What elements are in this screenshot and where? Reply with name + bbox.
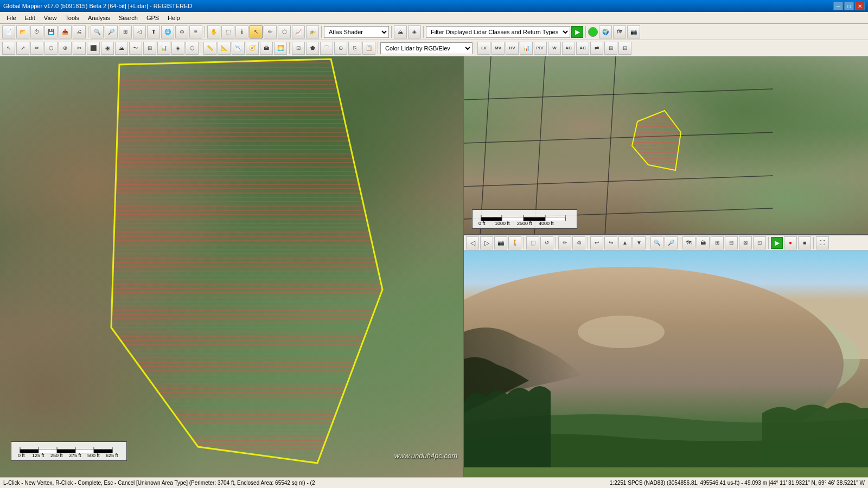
ac2-btn[interactable]: AC — [576, 42, 589, 55]
print-button[interactable]: 🖨 — [73, 25, 86, 38]
pan-button[interactable]: ✋ — [207, 25, 220, 38]
vertex-btn[interactable]: ⬟ — [306, 42, 319, 55]
filter-select[interactable]: Filter Displayed Lidar Classes and Retur… — [426, 26, 570, 38]
select2-btn[interactable]: ↖ — [2, 42, 15, 55]
dissolve-btn[interactable]: ⬛ — [87, 42, 100, 55]
3d-fullscreen[interactable]: ⛶ — [816, 236, 829, 249]
lv-btn[interactable]: LV — [477, 42, 490, 55]
3d-record[interactable]: ● — [784, 236, 797, 249]
hv-btn[interactable]: HV — [506, 42, 519, 55]
edit-vertices-button[interactable]: ⬡ — [278, 25, 291, 38]
color-lidar-select[interactable]: Color Lidar by RGB/Elev Color Lidar by C… — [380, 42, 473, 54]
earth-btn[interactable]: 🌍 — [599, 25, 612, 38]
pdf-btn[interactable]: PDF — [534, 42, 547, 55]
3d-btn[interactable]: ◉ — [101, 42, 114, 55]
slope-btn[interactable]: 📉 — [232, 42, 245, 55]
export-button[interactable]: 📤 — [59, 25, 72, 38]
measure-btn[interactable]: 📏 — [203, 42, 216, 55]
lidar2-btn[interactable]: ◈ — [171, 42, 184, 55]
open-button[interactable]: 📂 — [16, 25, 29, 38]
3d-refresh[interactable]: ↺ — [540, 236, 553, 249]
snap-btn[interactable]: ⊡ — [292, 42, 305, 55]
recent-button[interactable]: ⏱ — [30, 25, 43, 38]
save-button[interactable]: 💾 — [44, 25, 58, 38]
close-poly-btn[interactable]: ⊙ — [334, 42, 347, 55]
del-btn[interactable]: ✂ — [73, 42, 86, 55]
terrain-btn[interactable]: ⛰ — [115, 42, 128, 55]
digitize-button[interactable]: ✏ — [264, 25, 277, 38]
select-button[interactable]: ↖ — [250, 25, 263, 38]
menu-search[interactable]: Search — [114, 14, 142, 22]
grid-dense-btn[interactable]: ⊞ — [604, 42, 617, 55]
3d-layer2[interactable]: 🏔 — [697, 236, 710, 249]
menu-tools[interactable]: Tools — [61, 14, 84, 22]
left-map[interactable]: 0 ft 125 ft 250 ft 375 ft 500 ft 625 ft … — [0, 56, 464, 477]
transform-btn[interactable]: ⇄ — [590, 42, 603, 55]
3d-camera[interactable]: 📷 — [494, 236, 507, 249]
lidar3-btn[interactable]: ⬡ — [186, 42, 199, 55]
top-right-map[interactable]: 0 ft 1000 ft 2500 ft 4000 ft — [464, 56, 868, 235]
select3-btn[interactable]: ↗ — [16, 42, 29, 55]
3d-walk[interactable]: 🚶 — [508, 236, 521, 249]
zoom-out-button[interactable]: 🔎 — [105, 25, 118, 38]
aspect-btn[interactable]: 🧭 — [246, 42, 259, 55]
copy-btn[interactable]: ⎘ — [348, 42, 361, 55]
3d-up[interactable]: ▲ — [618, 236, 631, 249]
menu-help[interactable]: Help — [163, 14, 184, 22]
grid-sparse-btn[interactable]: ⊟ — [618, 42, 631, 55]
3d-pen[interactable]: ✏ — [558, 236, 571, 249]
arc-btn[interactable]: ⌒ — [320, 42, 333, 55]
load-button[interactable]: ⬆ — [147, 25, 160, 38]
earth-btn2[interactable]: 🗺 — [613, 25, 626, 38]
pt-btn[interactable]: ⊕ — [59, 42, 72, 55]
zoom-box-button[interactable]: ⬚ — [221, 25, 234, 38]
cfg-button[interactable]: ⚙ — [175, 25, 188, 38]
area-btn[interactable]: ⬡ — [44, 42, 58, 55]
3d-stop[interactable]: ■ — [798, 236, 811, 249]
3d-zoom-in[interactable]: 🔍 — [650, 236, 663, 249]
minimize-button[interactable]: ─ — [833, 2, 843, 10]
maximize-button[interactable]: □ — [844, 2, 854, 10]
shader-select[interactable]: Atlas Shader Slope Shader Aspect Shader — [324, 26, 389, 38]
3d-box[interactable]: ⬚ — [526, 236, 539, 249]
3d-layer1[interactable]: 🗺 — [682, 236, 695, 249]
menu-edit[interactable]: Edit — [21, 14, 40, 22]
3d-grid2[interactable]: ⊟ — [725, 236, 738, 249]
measure2-btn[interactable]: 📐 — [218, 42, 231, 55]
analyze-btn[interactable]: 📊 — [157, 42, 170, 55]
lidar-btn1[interactable]: ◈ — [408, 25, 421, 38]
line-btn[interactable]: ✏ — [30, 42, 43, 55]
zoom-in-button[interactable]: 🔍 — [91, 25, 104, 38]
ac-btn[interactable]: AC — [562, 42, 575, 55]
play-button[interactable]: ▶ — [571, 26, 583, 38]
skyview-btn[interactable]: 🌅 — [274, 42, 287, 55]
paste-btn[interactable]: 📋 — [362, 42, 375, 55]
menu-view[interactable]: View — [40, 14, 61, 22]
hill-shade-button[interactable]: ⛰ — [394, 25, 407, 38]
prev-extent-button[interactable]: ◁ — [133, 25, 146, 38]
view3d-btn[interactable]: 🏔 — [260, 42, 273, 55]
3d-grid3[interactable]: ⊠ — [739, 236, 752, 249]
3d-arrow-right[interactable]: ▷ — [480, 236, 493, 249]
3d-view[interactable] — [464, 251, 868, 477]
web-button[interactable]: 🌐 — [161, 25, 174, 38]
grid2-btn[interactable]: ⊞ — [143, 42, 156, 55]
path-profile-button[interactable]: 📈 — [292, 25, 305, 38]
menu-analysis[interactable]: Analysis — [84, 14, 114, 22]
w-btn[interactable]: W — [548, 42, 561, 55]
3d-undo[interactable]: ↩ — [590, 236, 603, 249]
chart-btn[interactable]: 📊 — [520, 42, 533, 55]
menu-gps[interactable]: GPS — [142, 14, 163, 22]
fly-button[interactable]: 🚁 — [306, 25, 319, 38]
close-button[interactable]: ✕ — [855, 2, 865, 10]
3d-play-button[interactable]: ▶ — [771, 237, 783, 249]
3d-grid4[interactable]: ⊡ — [753, 236, 766, 249]
identify-button[interactable]: ℹ — [235, 25, 248, 38]
3d-grid1[interactable]: ⊞ — [711, 236, 724, 249]
layers-button[interactable]: ≡ — [189, 25, 202, 38]
capture-btn[interactable]: 📷 — [627, 25, 640, 38]
3d-redo[interactable]: ↪ — [604, 236, 617, 249]
contour-btn[interactable]: 〜 — [129, 42, 142, 55]
3d-down[interactable]: ▼ — [633, 236, 646, 249]
menu-file[interactable]: File — [2, 14, 21, 22]
